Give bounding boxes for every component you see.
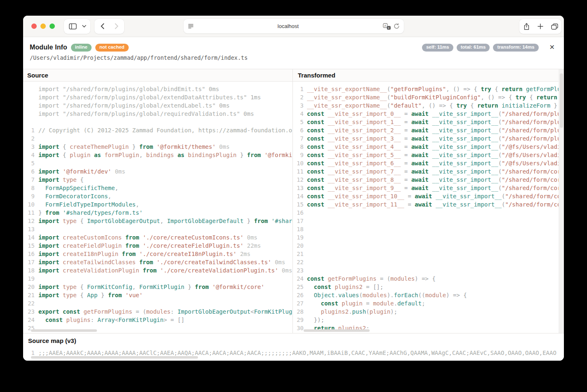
code-line: 19 — [23, 275, 292, 283]
code-line: 8const __vite_ssr_import_4__ = await __v… — [293, 143, 564, 151]
window-minimize-button[interactable] — [40, 23, 46, 29]
transformed-code-view[interactable]: 1__vite_ssr_exportName__("getFormPlugins… — [293, 82, 564, 333]
share-icon — [523, 23, 530, 30]
line-number — [23, 110, 38, 118]
line-number: 28 — [293, 307, 307, 316]
code-line: import "/shared/form/plugins/global/exte… — [23, 101, 292, 110]
line-number: 3 — [293, 101, 307, 110]
code-line: 7const __vite_ssr_import_3__ = await __v… — [293, 134, 564, 143]
line-number: 21 — [23, 291, 38, 299]
code-line: 4import { plugin as formPlugin, bindings… — [23, 151, 292, 159]
code-line: 23export const getFormPlugins = (modules… — [23, 307, 292, 316]
code-line: 21 — [293, 250, 564, 258]
code-line: 29 }); — [293, 316, 564, 324]
tabs-icon — [551, 23, 558, 30]
line-number: 21 — [293, 250, 307, 258]
source-hscrollbar[interactable] — [31, 329, 97, 332]
chevron-right-icon — [115, 23, 118, 29]
sourcemap-hscrollbar[interactable] — [31, 356, 198, 359]
sourcemap-title: Source map (v3) — [23, 337, 564, 348]
back-button[interactable] — [95, 19, 109, 34]
line-number: 16 — [293, 209, 307, 217]
code-line: 1__vite_ssr_exportName__("getFormPlugins… — [293, 85, 564, 93]
line-number: 15 — [293, 200, 307, 209]
code-line: 6const __vite_ssr_import_2__ = await __v… — [293, 126, 564, 134]
code-line: 5const __vite_ssr_import_1__ = await __v… — [293, 118, 564, 126]
line-number: 20 — [23, 283, 38, 291]
sidebar-toggle-button[interactable] — [66, 19, 80, 34]
code-line: 6import '@formkit/dev' 0ms — [23, 167, 292, 176]
window-zoom-button[interactable] — [50, 23, 55, 29]
line-number: 2 — [23, 134, 38, 143]
sidebar-icon — [69, 23, 77, 30]
line-number — [23, 101, 38, 110]
inline-badge: inline — [71, 44, 92, 52]
line-number: 9 — [293, 151, 307, 159]
line-number: 29 — [293, 316, 307, 324]
code-line: import "/shared/form/plugins/global/exte… — [23, 93, 292, 101]
transformed-hscrollbar[interactable] — [304, 329, 370, 332]
transform-time-badge: transform: 14ms — [493, 44, 538, 52]
code-line: 14import createCustomIcons from './core/… — [23, 233, 292, 242]
line-number: 25 — [293, 283, 307, 291]
reload-button[interactable] — [394, 23, 400, 29]
code-line: 4const __vite_ssr_import_0__ = await __v… — [293, 110, 564, 118]
code-line: 19 — [293, 233, 564, 242]
code-line: 1;;;AAEA;AAAkC;AAAA;AAAA;AAAA;AAClC;AAEA… — [23, 349, 564, 357]
code-line: 24const getFormPlugins = (modules) => { — [293, 275, 564, 283]
line-number: 7 — [293, 134, 307, 143]
line-number: 24 — [293, 275, 307, 283]
transformed-panel-title: Transformed — [293, 69, 564, 82]
code-line: 15import createFieldPlugin from './core/… — [23, 242, 292, 250]
transformed-vscrollbar[interactable] — [560, 73, 563, 128]
code-line: 25 const plugins2 = []; — [293, 283, 564, 291]
code-line: 26 Object.values(modules).forEach((modul… — [293, 291, 564, 299]
line-number: 1 — [23, 349, 38, 357]
url-text[interactable]: localhost — [194, 23, 383, 29]
self-time-badge: self: 11ms — [422, 44, 453, 52]
line-number: 24 — [23, 316, 38, 324]
share-button[interactable] — [519, 19, 533, 34]
source-code-view[interactable]: import "/shared/form/plugins/global/bind… — [23, 82, 292, 333]
line-number: 6 — [23, 167, 38, 176]
close-icon[interactable]: ✕ — [549, 44, 555, 51]
line-number: 12 — [23, 217, 38, 225]
browser-window: localhost A x Module Info inline — [23, 16, 564, 361]
tab-overview-button[interactable] — [547, 19, 561, 34]
sourcemap-code-view[interactable]: 1;;;AAEA;AAAkC;AAAA;AAAA;AAAA;AAClC;AAEA… — [23, 349, 564, 357]
line-number: 4 — [23, 151, 38, 159]
code-line: 9 FormDecoratorIcons, — [23, 192, 292, 200]
new-tab-button[interactable] — [533, 19, 547, 34]
code-line: 3import { createThemePlugin } from '@for… — [23, 143, 292, 151]
translate-icon[interactable]: A x — [383, 23, 389, 29]
line-number: 17 — [293, 217, 307, 225]
total-time-badge: total: 61ms — [457, 44, 490, 52]
sourcemap-section: Source map (v3) 1;;;AAEA;AAAkC;AAAA;AAAA… — [23, 333, 564, 361]
sidebar-menu-button[interactable] — [80, 19, 89, 34]
line-number: 8 — [23, 184, 38, 192]
code-line: 28 plugins2.push(plugin); — [293, 307, 564, 316]
line-number: 11 — [293, 167, 307, 176]
plus-icon — [537, 23, 543, 29]
reader-view-icon[interactable] — [188, 23, 194, 29]
code-line: 12const __vite_ssr_import_8__ = await __… — [293, 176, 564, 184]
line-number: 18 — [293, 225, 307, 233]
code-line: 18import createValidationPlugin from './… — [23, 266, 292, 275]
code-line: 3__vite_ssr_exportName__("default", () =… — [293, 101, 564, 110]
line-number: 9 — [23, 192, 38, 200]
toolbar-right-controls — [519, 19, 561, 34]
window-close-button[interactable] — [31, 23, 37, 29]
code-line: 16import createI18nPlugin from './core/c… — [23, 250, 292, 258]
line-number: 8 — [293, 143, 307, 151]
line-number: 13 — [293, 184, 307, 192]
code-line: 1// Copyright (C) 2012-2025 Zammad Found… — [23, 126, 292, 134]
forward-button[interactable] — [109, 19, 123, 34]
code-line: 10const __vite_ssr_import_6__ = await __… — [293, 159, 564, 167]
line-number — [23, 118, 38, 126]
code-line: 12import type { ImportGlobEagerOutput, I… — [23, 217, 292, 225]
code-line: 16 — [293, 209, 564, 217]
line-number: 10 — [23, 200, 38, 209]
line-number: 2 — [293, 93, 307, 101]
code-line: 17import createTailwindClasses from './c… — [23, 258, 292, 266]
address-bar[interactable]: localhost A x — [184, 19, 404, 33]
